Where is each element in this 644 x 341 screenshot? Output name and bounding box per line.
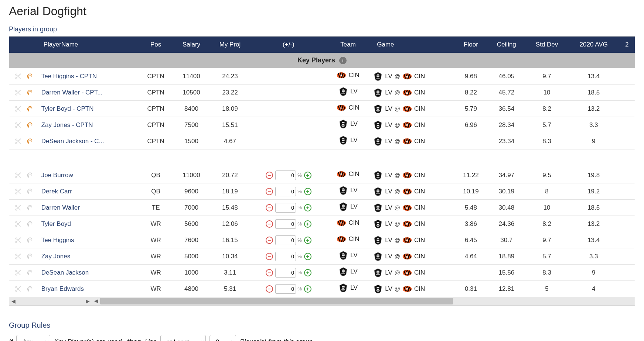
player-link[interactable]: Tyler Boyd - CPTN	[41, 105, 94, 112]
group-rules-title: Group Rules	[9, 321, 635, 330]
increase-button[interactable]: +	[304, 285, 311, 293]
col-pos[interactable]: Pos	[138, 37, 173, 53]
cut-icon[interactable]	[13, 89, 23, 96]
player-link[interactable]: Darren Waller	[41, 204, 80, 211]
player-link[interactable]: DeSean Jackson - C...	[41, 138, 104, 145]
count-select[interactable]: 3	[209, 335, 236, 341]
decrease-button[interactable]: −	[266, 269, 273, 276]
key-icon[interactable]	[24, 89, 34, 96]
increase-button[interactable]: +	[304, 204, 311, 211]
adjustment-input[interactable]	[275, 203, 296, 213]
increase-button[interactable]: +	[304, 188, 311, 195]
increase-button[interactable]: +	[304, 172, 311, 179]
percent-label: %	[297, 189, 302, 194]
cut-icon[interactable]	[13, 172, 23, 179]
key-icon[interactable]	[24, 188, 34, 195]
player-link[interactable]: Darren Waller - CPT...	[41, 89, 103, 96]
player-link[interactable]: Tee Higgins	[41, 237, 74, 244]
scroll-left-arrow-2[interactable]: ◀	[94, 298, 98, 304]
player-link[interactable]: Derek Carr	[41, 188, 72, 195]
key-icon[interactable]	[24, 285, 34, 292]
col-adj[interactable]: (+/-)	[251, 37, 327, 53]
cut-icon[interactable]	[13, 138, 23, 145]
stddev-cell: 5.7	[525, 248, 568, 265]
increase-button[interactable]: +	[304, 237, 311, 244]
increase-button[interactable]: +	[304, 253, 311, 260]
cut-icon[interactable]	[13, 237, 23, 244]
increase-button[interactable]: +	[304, 220, 311, 228]
team-badge: LV	[338, 87, 358, 96]
player-link[interactable]: Tyler Boyd	[41, 220, 71, 227]
svg-rect-51	[376, 223, 380, 224]
col-floor[interactable]: Floor	[454, 37, 488, 53]
percent-label: %	[297, 205, 302, 210]
col-game[interactable]: Game	[369, 37, 454, 53]
adjustment-input[interactable]	[275, 252, 296, 261]
col-ceiling[interactable]: Ceiling	[487, 37, 525, 53]
col-team[interactable]: Team	[327, 37, 369, 53]
player-link[interactable]: DeSean Jackson	[41, 269, 89, 276]
scroll-left-arrow[interactable]: ◀	[11, 298, 16, 304]
adjustment-input[interactable]	[275, 170, 296, 180]
table-row: Tee Higgins - CPTN CPTN 11400 24.23 BCIN…	[9, 68, 635, 85]
key-icon[interactable]	[24, 204, 34, 211]
player-link[interactable]: Zay Jones	[41, 253, 70, 260]
cut-icon[interactable]	[13, 285, 23, 292]
any-select[interactable]: Any	[16, 335, 50, 341]
key-icon[interactable]	[24, 105, 34, 112]
cut-icon[interactable]	[13, 105, 23, 112]
key-icon[interactable]	[24, 138, 34, 145]
atleast-select[interactable]: at Least	[160, 335, 206, 341]
key-icon[interactable]	[24, 121, 34, 128]
decrease-button[interactable]: −	[266, 204, 273, 211]
cut-icon[interactable]	[13, 220, 23, 227]
adjustment-input[interactable]	[275, 187, 296, 196]
ceiling-cell: 18.89	[487, 248, 525, 265]
adjustment-input[interactable]	[275, 235, 296, 245]
player-link[interactable]: Zay Jones - CPTN	[41, 121, 93, 128]
floor-cell: 3.86	[454, 216, 488, 232]
key-icon[interactable]	[24, 73, 34, 80]
pos-cell: CPTN	[138, 101, 173, 117]
decrease-button[interactable]: −	[266, 237, 273, 244]
increase-button[interactable]: +	[304, 269, 311, 276]
avg-cell: 13.4	[568, 232, 619, 248]
scroll-right-arrow-1[interactable]: ▶	[86, 298, 90, 304]
col-salary[interactable]: Salary	[173, 37, 209, 53]
cut-icon[interactable]	[13, 269, 23, 276]
info-icon[interactable]: i	[339, 57, 347, 64]
col-avg[interactable]: 2020 AVG	[568, 37, 619, 53]
decrease-button[interactable]: −	[266, 188, 273, 195]
adjustment-input[interactable]	[275, 268, 296, 278]
cut-icon[interactable]	[13, 121, 23, 128]
col-extra[interactable]: 2	[619, 37, 635, 53]
key-icon[interactable]	[24, 220, 34, 227]
key-icon[interactable]	[24, 172, 34, 179]
table-scrollbar[interactable]: ◀▶ ◀	[9, 297, 635, 305]
svg-rect-73	[341, 287, 345, 288]
col-playername[interactable]: PlayerName	[38, 37, 138, 53]
scroll-thumb[interactable]	[100, 298, 453, 304]
key-icon[interactable]	[24, 253, 34, 260]
adjustment-input[interactable]	[275, 219, 296, 229]
player-link[interactable]: Joe Burrow	[41, 172, 73, 179]
decrease-button[interactable]: −	[266, 285, 273, 293]
cut-icon[interactable]	[13, 204, 23, 211]
key-icon[interactable]	[24, 237, 34, 244]
player-link[interactable]: Bryan Edwards	[41, 285, 84, 292]
stddev-cell: 5.7	[525, 117, 568, 133]
player-link[interactable]: Tee Higgins - CPTN	[41, 73, 97, 80]
cut-icon[interactable]	[13, 188, 23, 195]
col-stddev[interactable]: Std Dev	[525, 37, 568, 53]
key-icon[interactable]	[24, 269, 34, 276]
stddev-cell: 10	[525, 200, 568, 216]
col-proj[interactable]: My Proj	[209, 37, 251, 53]
adjustment-input[interactable]	[275, 284, 296, 294]
decrease-button[interactable]: −	[266, 172, 273, 179]
cut-icon[interactable]	[13, 73, 23, 80]
cut-icon[interactable]	[13, 253, 23, 260]
team-badge: LV	[338, 119, 358, 129]
svg-text:B: B	[340, 222, 343, 225]
decrease-button[interactable]: −	[266, 220, 273, 228]
decrease-button[interactable]: −	[266, 253, 273, 260]
